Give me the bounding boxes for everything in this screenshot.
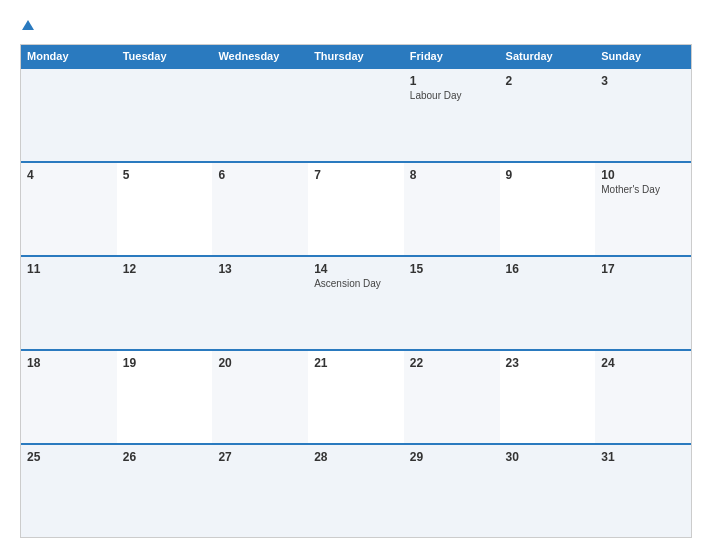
day-cell: 30 (500, 445, 596, 537)
week-row-1: 1Labour Day23 (21, 67, 691, 161)
day-number: 6 (218, 168, 302, 182)
day-cell: 5 (117, 163, 213, 255)
day-number: 5 (123, 168, 207, 182)
day-number: 3 (601, 74, 685, 88)
day-cell: 10Mother's Day (595, 163, 691, 255)
col-header-saturday: Saturday (500, 45, 596, 67)
day-cell: 4 (21, 163, 117, 255)
col-header-monday: Monday (21, 45, 117, 67)
header (20, 18, 692, 34)
day-number: 22 (410, 356, 494, 370)
day-number: 12 (123, 262, 207, 276)
day-number: 31 (601, 450, 685, 464)
day-cell: 20 (212, 351, 308, 443)
day-cell: 1Labour Day (404, 69, 500, 161)
calendar: MondayTuesdayWednesdayThursdayFridaySatu… (20, 44, 692, 538)
day-event: Ascension Day (314, 278, 398, 289)
day-cell: 31 (595, 445, 691, 537)
day-number: 29 (410, 450, 494, 464)
day-cell (308, 69, 404, 161)
day-cell: 24 (595, 351, 691, 443)
day-cell: 2 (500, 69, 596, 161)
day-cell: 12 (117, 257, 213, 349)
day-cell: 21 (308, 351, 404, 443)
day-cell: 17 (595, 257, 691, 349)
day-cell: 14Ascension Day (308, 257, 404, 349)
col-header-sunday: Sunday (595, 45, 691, 67)
col-header-tuesday: Tuesday (117, 45, 213, 67)
day-cell: 25 (21, 445, 117, 537)
day-number: 26 (123, 450, 207, 464)
day-number: 27 (218, 450, 302, 464)
day-cell (21, 69, 117, 161)
day-cell (212, 69, 308, 161)
day-cell: 13 (212, 257, 308, 349)
col-header-thursday: Thursday (308, 45, 404, 67)
day-cell: 22 (404, 351, 500, 443)
day-number: 10 (601, 168, 685, 182)
day-number: 8 (410, 168, 494, 182)
day-cell: 11 (21, 257, 117, 349)
day-number: 16 (506, 262, 590, 276)
day-number: 7 (314, 168, 398, 182)
day-cell: 9 (500, 163, 596, 255)
week-row-4: 18192021222324 (21, 349, 691, 443)
weeks-container: 1Labour Day2345678910Mother's Day1112131… (21, 67, 691, 537)
day-cell: 8 (404, 163, 500, 255)
day-cell: 28 (308, 445, 404, 537)
day-cell (117, 69, 213, 161)
day-event: Mother's Day (601, 184, 685, 195)
day-number: 20 (218, 356, 302, 370)
day-number: 24 (601, 356, 685, 370)
day-cell: 18 (21, 351, 117, 443)
week-row-5: 25262728293031 (21, 443, 691, 537)
col-header-wednesday: Wednesday (212, 45, 308, 67)
day-number: 11 (27, 262, 111, 276)
day-cell: 29 (404, 445, 500, 537)
logo-triangle-icon (22, 20, 34, 30)
logo (20, 18, 34, 34)
day-number: 19 (123, 356, 207, 370)
day-cell: 23 (500, 351, 596, 443)
day-cell: 3 (595, 69, 691, 161)
day-number: 21 (314, 356, 398, 370)
day-number: 25 (27, 450, 111, 464)
col-header-friday: Friday (404, 45, 500, 67)
column-headers: MondayTuesdayWednesdayThursdayFridaySatu… (21, 45, 691, 67)
day-cell: 7 (308, 163, 404, 255)
day-cell: 19 (117, 351, 213, 443)
day-number: 1 (410, 74, 494, 88)
day-number: 13 (218, 262, 302, 276)
day-number: 2 (506, 74, 590, 88)
page: MondayTuesdayWednesdayThursdayFridaySatu… (0, 0, 712, 550)
day-number: 9 (506, 168, 590, 182)
day-cell: 6 (212, 163, 308, 255)
day-number: 17 (601, 262, 685, 276)
day-number: 18 (27, 356, 111, 370)
day-cell: 16 (500, 257, 596, 349)
day-number: 23 (506, 356, 590, 370)
day-cell: 26 (117, 445, 213, 537)
day-number: 4 (27, 168, 111, 182)
day-cell: 27 (212, 445, 308, 537)
day-number: 30 (506, 450, 590, 464)
day-cell: 15 (404, 257, 500, 349)
day-event: Labour Day (410, 90, 494, 101)
logo-top (20, 18, 34, 34)
week-row-3: 11121314Ascension Day151617 (21, 255, 691, 349)
week-row-2: 45678910Mother's Day (21, 161, 691, 255)
day-number: 28 (314, 450, 398, 464)
day-number: 15 (410, 262, 494, 276)
day-number: 14 (314, 262, 398, 276)
